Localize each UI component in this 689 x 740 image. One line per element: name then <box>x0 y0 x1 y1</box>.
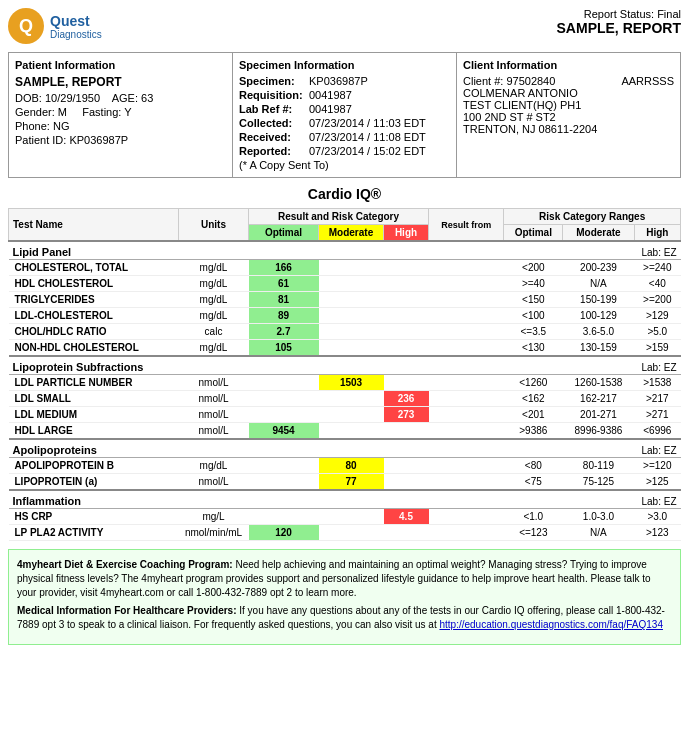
result-cell-optimal: 105 <box>249 340 319 357</box>
result-cell-moderate: 80 <box>319 458 384 474</box>
phone-label: Phone: <box>15 120 50 132</box>
units-cell: nmol/min/mL <box>179 525 249 541</box>
gender-row: Gender: M Fasting: Y <box>15 106 226 118</box>
th-range-moderate: Moderate <box>563 225 634 242</box>
client-test: TEST CLIENT(HQ) PH1 <box>463 99 674 111</box>
result-cell-moderate <box>319 324 384 340</box>
th-range-high: High <box>634 225 680 242</box>
fasting-label: Fasting: <box>82 106 121 118</box>
test-name-cell: LDL PARTICLE NUMBER <box>9 375 179 391</box>
test-name-cell: LDL-CHOLESTEROL <box>9 308 179 324</box>
patient-info-title: Patient Information <box>15 59 226 71</box>
result-from-cell <box>429 375 504 391</box>
result-cell-high: 236 <box>384 391 429 407</box>
test-name-cell: HDL LARGE <box>9 423 179 440</box>
th-units: Units <box>179 209 249 242</box>
medical-link: http://education.questdiagnostics.com/fa… <box>439 619 662 630</box>
section-header-row: Lipid Panel Lab: EZ <box>9 241 681 260</box>
coaching-bold: 4myheart Diet & Exercise Coaching Progra… <box>17 559 233 570</box>
result-cell-high: 4.5 <box>384 509 429 525</box>
units-cell: calc <box>179 324 249 340</box>
table-row: LDL-CHOLESTEROL mg/dL 89 <100 100-129 >1… <box>9 308 681 324</box>
opt-range-cell: <80 <box>504 458 563 474</box>
opt-range-cell: <1.0 <box>504 509 563 525</box>
result-from-cell <box>429 525 504 541</box>
phone-row: Phone: NG <box>15 120 226 132</box>
th-result-risk: Result and Risk Category <box>249 209 429 225</box>
mod-range-cell: 1260-1538 <box>563 375 634 391</box>
result-cell-high <box>384 525 429 541</box>
high-range-cell: >5.0 <box>634 324 680 340</box>
units-cell: mg/dL <box>179 458 249 474</box>
specimen-info-block: Specimen Information Specimen: KP036987P… <box>233 53 457 177</box>
result-cell-high: 273 <box>384 407 429 423</box>
results-table: Test Name Units Result and Risk Category… <box>8 208 681 541</box>
test-name-cell: HDL CHOLESTEROL <box>9 276 179 292</box>
test-name-cell: TRIGLYCERIDES <box>9 292 179 308</box>
result-cell-optimal <box>249 407 319 423</box>
result-cell-optimal: 166 <box>249 260 319 276</box>
result-cell-moderate <box>319 423 384 440</box>
patient-info-block: Patient Information SAMPLE, REPORT DOB: … <box>9 53 233 177</box>
th-test-name: Test Name <box>9 209 179 242</box>
test-name-cell: HS CRP <box>9 509 179 525</box>
patient-id-label: Patient ID: <box>15 134 66 146</box>
opt-range-cell: <1260 <box>504 375 563 391</box>
logo-text: Quest Diagnostics <box>50 13 102 40</box>
result-cell-moderate <box>319 340 384 357</box>
reported-value: 07/23/2014 / 15:02 EDT <box>309 145 426 157</box>
high-range-cell: >=200 <box>634 292 680 308</box>
received-row: Received: 07/23/2014 / 11:08 EDT <box>239 131 450 143</box>
age-value: 63 <box>141 92 153 104</box>
units-cell: nmol/L <box>179 474 249 491</box>
table-row: APOLIPOPROTEIN B mg/dL 80 <80 80-119 >=1… <box>9 458 681 474</box>
result-from-cell <box>429 260 504 276</box>
test-name-cell: LIPOPROTEIN (a) <box>9 474 179 491</box>
result-from-cell <box>429 391 504 407</box>
section-lab: Lab: EZ <box>429 439 681 458</box>
table-row: NON-HDL CHOLESTEROL mg/dL 105 <130 130-1… <box>9 340 681 357</box>
mod-range-cell: 200-239 <box>563 260 634 276</box>
th-risk-ranges: Risk Category Ranges <box>504 209 681 225</box>
mod-range-cell: 3.6-5.0 <box>563 324 634 340</box>
patient-name: SAMPLE, REPORT <box>15 75 226 89</box>
dob-row: DOB: 10/29/1950 AGE: 63 <box>15 92 226 104</box>
result-cell-high <box>384 474 429 491</box>
result-cell-moderate <box>319 276 384 292</box>
result-from-cell <box>429 474 504 491</box>
client-num: Client #: 97502840 <box>463 75 555 87</box>
page: Q Quest Diagnostics Report Status: Final… <box>0 0 689 653</box>
result-from-cell <box>429 340 504 357</box>
lab-ref-value: 0041987 <box>309 103 352 115</box>
mod-range-cell: 150-199 <box>563 292 634 308</box>
result-cell-optimal <box>249 458 319 474</box>
units-cell: mg/dL <box>179 276 249 292</box>
result-cell-optimal: 120 <box>249 525 319 541</box>
result-cell-optimal <box>249 509 319 525</box>
units-cell: nmol/L <box>179 423 249 440</box>
table-row: LP PLA2 ACTIVITY nmol/min/mL 120 <=123 N… <box>9 525 681 541</box>
result-from-cell <box>429 324 504 340</box>
section-lab: Lab: EZ <box>429 356 681 375</box>
high-range-cell: >=120 <box>634 458 680 474</box>
test-name-cell: APOLIPOPROTEIN B <box>9 458 179 474</box>
mod-range-cell: 201-271 <box>563 407 634 423</box>
result-from-cell <box>429 276 504 292</box>
client-name: COLMENAR ANTONIO <box>463 87 674 99</box>
test-name-cell: LDL SMALL <box>9 391 179 407</box>
specimen-label: Specimen: <box>239 75 309 87</box>
coaching-paragraph: 4myheart Diet & Exercise Coaching Progra… <box>17 558 672 600</box>
th-range-optimal: Optimal <box>504 225 563 242</box>
mod-range-cell: N/A <box>563 525 634 541</box>
high-range-cell: >123 <box>634 525 680 541</box>
opt-range-cell: <100 <box>504 308 563 324</box>
result-cell-moderate <box>319 509 384 525</box>
page-header: Q Quest Diagnostics Report Status: Final… <box>8 8 681 44</box>
section-header-row: Lipoprotein Subfractions Lab: EZ <box>9 356 681 375</box>
result-cell-moderate: 1503 <box>319 375 384 391</box>
result-cell-high <box>384 308 429 324</box>
logo-circle: Q <box>8 8 44 44</box>
high-range-cell: <6996 <box>634 423 680 440</box>
cardioiq-title: Cardio IQ® <box>8 186 681 202</box>
units-cell: mg/dL <box>179 340 249 357</box>
